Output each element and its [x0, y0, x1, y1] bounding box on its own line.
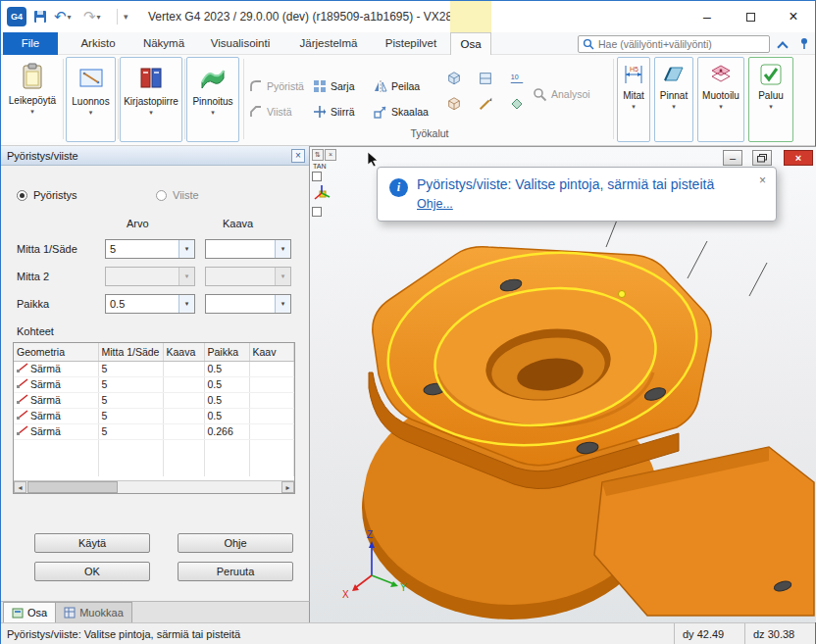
- fillet-radio-label[interactable]: Pyöristys: [33, 189, 77, 201]
- coating-button[interactable]: Pinnoitus ▾: [186, 57, 239, 142]
- redo-button[interactable]: ↷▾: [83, 5, 104, 28]
- maximize-button[interactable]: [729, 1, 772, 32]
- analyze-button[interactable]: Analysoi: [533, 84, 590, 104]
- dim1-value-combo[interactable]: 5▾: [105, 239, 195, 259]
- table-row[interactable]: Särmä 50.5: [14, 361, 294, 376]
- chamfer-radio[interactable]: [156, 189, 167, 201]
- scroll-left-icon[interactable]: ◂: [14, 481, 26, 493]
- clipboard-button[interactable]: Leikepöytä ▾: [4, 57, 61, 142]
- col-geometria[interactable]: Geometria: [14, 343, 98, 361]
- ucs-icon[interactable]: [312, 183, 332, 205]
- panel-close-icon[interactable]: ×: [291, 149, 305, 163]
- tab-pistepilvet[interactable]: Pistepilvet: [374, 32, 448, 55]
- help-link[interactable]: Ohje...: [417, 197, 453, 211]
- redo-dropdown-icon[interactable]: ▾: [97, 13, 101, 22]
- dropdown-icon[interactable]: ▾: [89, 109, 93, 117]
- library-feature-button[interactable]: Kirjastopiirre ▾: [120, 57, 182, 142]
- col-kaav2[interactable]: Kaav: [249, 343, 294, 361]
- cancel-button[interactable]: Peruuta: [178, 562, 293, 581]
- doc-tab-muokkaa[interactable]: Muokkaa: [56, 602, 132, 622]
- surfaces-button[interactable]: Pinnat ▾: [654, 57, 693, 142]
- mirror-button[interactable]: Peilaa: [374, 76, 420, 96]
- table-row[interactable]: Särmä 50.5: [14, 376, 294, 392]
- mdi-restore-button[interactable]: [752, 150, 772, 166]
- search-box[interactable]: [578, 35, 770, 53]
- chevron-down-icon[interactable]: ▾: [178, 240, 194, 258]
- undo-button[interactable]: ↶▾: [54, 5, 75, 28]
- sketch-pen-button[interactable]: [476, 94, 495, 114]
- sketch-button[interactable]: Luonnos ▾: [66, 57, 116, 142]
- edge-icon: [17, 425, 28, 435]
- save-icon[interactable]: [32, 5, 48, 28]
- grid-checkbox[interactable]: [312, 207, 322, 217]
- fillet-radio[interactable]: [17, 189, 27, 201]
- ok-button[interactable]: OK: [34, 562, 150, 581]
- apply-button[interactable]: Käytä: [34, 533, 150, 553]
- scroll-right-icon[interactable]: ▸: [281, 481, 294, 493]
- chamfer-tool-button[interactable]: Viistä: [249, 102, 292, 122]
- tab-file[interactable]: File: [3, 32, 58, 55]
- pin-ribbon-icon[interactable]: [797, 36, 811, 52]
- tab-jarjestelma[interactable]: Järjestelmä: [287, 32, 370, 55]
- fillet-tool-button[interactable]: Pyöristä: [249, 76, 304, 96]
- chevron-down-icon[interactable]: ▾: [275, 240, 290, 258]
- banner-close-icon[interactable]: ×: [759, 173, 766, 187]
- dropdown-icon[interactable]: ▾: [30, 108, 34, 116]
- position-formula-combo[interactable]: ▾: [205, 294, 291, 314]
- 3d-viewport[interactable]: Z Y X ⇅ × TAN i Pyöristys/viiste: Val: [310, 146, 816, 622]
- dropdown-icon[interactable]: ▾: [632, 103, 636, 111]
- col-mitta[interactable]: Mitta 1/Säde: [98, 343, 163, 361]
- surfaces-icon: [662, 63, 686, 86]
- doc-tab-osa[interactable]: Osa: [3, 602, 56, 622]
- undo-dropdown-icon[interactable]: ▾: [68, 13, 72, 22]
- mini-close-icon[interactable]: ×: [325, 149, 336, 161]
- dimension-10-button[interactable]: 10: [507, 69, 527, 88]
- tab-nakyma[interactable]: Näkymä: [134, 32, 193, 55]
- search-input[interactable]: [598, 38, 769, 50]
- status-dy: dy 42.49: [674, 623, 744, 644]
- table-row[interactable]: Särmä 50.5: [14, 408, 294, 423]
- qat-customize-icon[interactable]: ▾: [124, 5, 128, 28]
- dropdown-icon[interactable]: ▾: [211, 109, 215, 117]
- dimensions-button[interactable]: H5 Mitat ▾: [617, 57, 650, 142]
- mdi-minimize-button[interactable]: –: [723, 150, 742, 166]
- dock-arrows-icon[interactable]: ⇅: [312, 149, 324, 161]
- dropdown-icon[interactable]: ▾: [719, 103, 723, 111]
- col-paikka[interactable]: Paikka: [204, 343, 249, 361]
- position-value-combo[interactable]: 0.5▾: [105, 294, 195, 314]
- minimize-button[interactable]: –: [686, 1, 729, 32]
- tab-osa[interactable]: Osa: [450, 32, 491, 55]
- return-button[interactable]: Paluu ▾: [748, 57, 793, 142]
- chamfer-radio-label[interactable]: Viiste: [173, 189, 199, 201]
- table-row[interactable]: Särmä 50.5: [14, 392, 294, 408]
- dim1-formula-combo[interactable]: ▾: [205, 239, 291, 259]
- col-kaava[interactable]: Kaava: [163, 343, 204, 361]
- move-button[interactable]: Siirrä: [313, 102, 355, 122]
- chevron-down-icon[interactable]: ▾: [178, 295, 194, 313]
- dropdown-icon[interactable]: ▾: [149, 109, 153, 117]
- tab-visualisointi[interactable]: Visualisointi: [197, 32, 283, 55]
- solid-tool-button[interactable]: [476, 69, 495, 88]
- forming-button[interactable]: Muotoilu ▾: [697, 57, 744, 142]
- pattern-button[interactable]: Sarja: [313, 76, 355, 96]
- tab-arkisto[interactable]: Arkisto: [68, 32, 128, 55]
- help-button[interactable]: Ohje: [178, 533, 293, 553]
- dropdown-icon[interactable]: ▾: [769, 103, 773, 111]
- scale-button[interactable]: Skaalaa: [374, 102, 429, 122]
- dropdown-icon[interactable]: ▾: [672, 103, 676, 111]
- mdi-close-button[interactable]: ×: [784, 150, 813, 166]
- panel-header[interactable]: Pyöristys/viiste ×: [1, 146, 309, 166]
- scrollbar-thumb[interactable]: [27, 481, 118, 493]
- chevron-down-icon[interactable]: ▾: [275, 295, 290, 313]
- selection-point[interactable]: [619, 291, 626, 298]
- close-button[interactable]: ×: [772, 1, 815, 32]
- table-row[interactable]: Särmä 50.266: [14, 423, 294, 439]
- edge-icon: [17, 378, 28, 388]
- snap-checkbox[interactable]: [312, 172, 322, 181]
- collapse-ribbon-icon[interactable]: [777, 41, 788, 52]
- diamond-tool-button[interactable]: [507, 94, 527, 114]
- solid-tool-button[interactable]: [444, 94, 464, 114]
- solid-tool-button[interactable]: [444, 69, 464, 88]
- horizontal-scrollbar[interactable]: ◂ ▸: [14, 480, 294, 493]
- dim2-label: Mitta 2: [17, 271, 49, 282]
